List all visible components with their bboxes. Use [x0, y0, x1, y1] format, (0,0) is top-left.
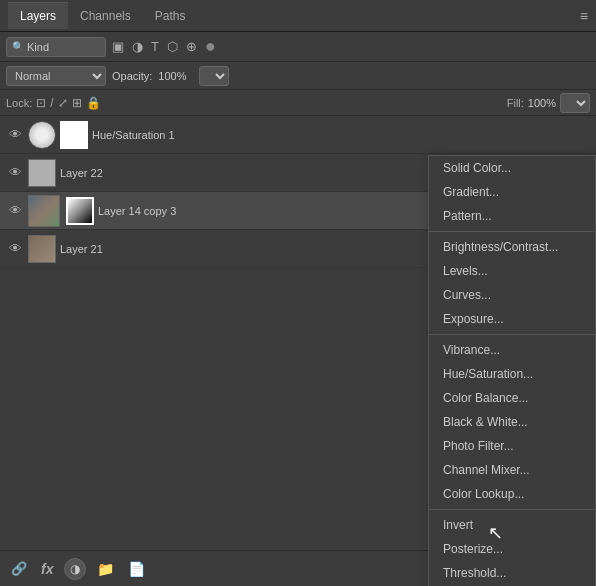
new-layer-icon[interactable]: 📄	[125, 558, 148, 580]
lock-icon-art[interactable]: ⊞	[72, 96, 82, 110]
circle-half-icon: ◑	[70, 562, 80, 576]
lock-row: Lock: ⊡ / ⤢ ⊞ 🔒 Fill: 100% ▾	[0, 90, 596, 116]
fill-label: Fill:	[507, 97, 524, 109]
menu-item-hue-saturation[interactable]: Hue/Saturation...	[429, 362, 595, 386]
fx-button[interactable]: fx	[38, 558, 56, 580]
menu-separator	[429, 509, 595, 510]
menu-item-brightness-contrast[interactable]: Brightness/Contrast...	[429, 235, 595, 259]
fill-value[interactable]: 100%	[528, 97, 556, 109]
opacity-dropdown[interactable]: ▾	[199, 66, 229, 86]
add-adjustment-button[interactable]: ◑	[64, 558, 86, 580]
icon-dot: ●	[203, 34, 218, 59]
menu-item-curves[interactable]: Curves...	[429, 283, 595, 307]
visibility-icon[interactable]: 👁	[6, 241, 24, 256]
menu-item-photo-filter[interactable]: Photo Filter...	[429, 434, 595, 458]
adjustment-dropdown-menu: Solid Color... Gradient... Pattern... Br…	[428, 155, 596, 586]
icon-pixel[interactable]: ▣	[110, 37, 126, 56]
menu-item-levels[interactable]: Levels...	[429, 259, 595, 283]
blend-mode-dropdown[interactable]: Normal	[6, 66, 106, 86]
menu-item-posterize[interactable]: Posterize...	[429, 537, 595, 561]
lock-icon-check[interactable]: ⊡	[36, 96, 46, 110]
icon-shape[interactable]: ⬡	[165, 37, 180, 56]
icon-smart[interactable]: ⊕	[184, 37, 199, 56]
folder-icon[interactable]: 📁	[94, 558, 117, 580]
visibility-icon[interactable]: 👁	[6, 127, 24, 142]
opacity-value[interactable]: 100%	[158, 70, 193, 82]
tab-bar: Layers Channels Paths ≡	[0, 0, 596, 32]
tab-layers[interactable]: Layers	[8, 2, 68, 29]
layer-thumbnail	[28, 235, 56, 263]
layer-name: Layer 21	[60, 243, 103, 255]
menu-item-exposure[interactable]: Exposure...	[429, 307, 595, 331]
menu-item-vibrance[interactable]: Vibrance...	[429, 338, 595, 362]
menu-item-pattern[interactable]: Pattern...	[429, 204, 595, 228]
menu-item-invert[interactable]: Invert	[429, 513, 595, 537]
lock-label: Lock:	[6, 97, 32, 109]
layer-name: Layer 14 copy 3	[98, 205, 176, 217]
layer-thumbnail	[28, 121, 56, 149]
lock-icon-move[interactable]: ⤢	[58, 96, 68, 110]
search-icon: 🔍	[12, 41, 24, 52]
menu-item-black-white[interactable]: Black & White...	[429, 410, 595, 434]
blend-toolbar: Normal Opacity: 100% ▾	[0, 62, 596, 90]
menu-item-threshold[interactable]: Threshold...	[429, 561, 595, 585]
fill-dropdown[interactable]: ▾	[560, 93, 590, 113]
menu-separator	[429, 334, 595, 335]
menu-item-solid-color[interactable]: Solid Color...	[429, 156, 595, 180]
layer-mask-thumbnail	[66, 197, 94, 225]
filter-toolbar: 🔍 Kind ▣ ◑ T ⬡ ⊕ ●	[0, 32, 596, 62]
menu-item-color-balance[interactable]: Color Balance...	[429, 386, 595, 410]
layer-thumbnail	[28, 195, 60, 227]
icon-type[interactable]: T	[149, 37, 161, 56]
tab-paths[interactable]: Paths	[143, 3, 198, 29]
lock-icon-brush[interactable]: /	[50, 96, 53, 110]
search-box: 🔍 Kind	[6, 37, 106, 57]
layer-row[interactable]: 👁 Hue/Saturation 1	[0, 116, 596, 154]
kind-label: Kind	[27, 41, 49, 53]
menu-item-gradient[interactable]: Gradient...	[429, 180, 595, 204]
panel-menu-icon[interactable]: ≡	[580, 8, 588, 24]
layer-name: Hue/Saturation 1	[92, 129, 175, 141]
layer-name: Layer 22	[60, 167, 103, 179]
link-icon[interactable]: 🔗	[8, 558, 30, 579]
menu-item-color-lookup[interactable]: Color Lookup...	[429, 482, 595, 506]
lock-icon-all[interactable]: 🔒	[86, 96, 101, 110]
opacity-label: Opacity:	[112, 70, 152, 82]
tab-channels[interactable]: Channels	[68, 3, 143, 29]
menu-item-channel-mixer[interactable]: Channel Mixer...	[429, 458, 595, 482]
visibility-icon[interactable]: 👁	[6, 203, 24, 218]
visibility-icon[interactable]: 👁	[6, 165, 24, 180]
menu-separator	[429, 231, 595, 232]
layer-mask-thumbnail	[60, 121, 88, 149]
icon-adjust[interactable]: ◑	[130, 37, 145, 56]
layer-thumbnail	[28, 159, 56, 187]
